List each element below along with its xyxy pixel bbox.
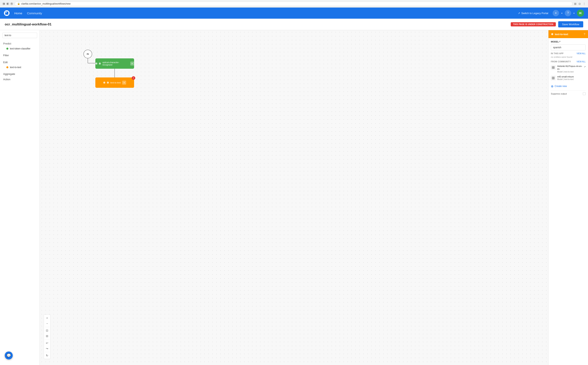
view-all-1-link[interactable]: VIEW ALL: [576, 52, 586, 55]
orange-dot-icon: [6, 66, 8, 68]
suppress-output-row: Suppress output: [551, 91, 586, 97]
refresh-button[interactable]: ↻: [10, 2, 13, 5]
switch-legacy-label: Switch to Legacy Portal: [521, 12, 548, 15]
zoom-in-button[interactable]: +: [45, 315, 50, 321]
refresh-canvas-button[interactable]: ↻: [45, 353, 50, 358]
sidebar-item-text-token-classifier[interactable]: text-token-classifier: [3, 46, 36, 51]
node-orange-dot: [103, 82, 105, 84]
node-green[interactable]: optical-character-recognizer ✕: [95, 58, 134, 69]
node-orange-label: text-to-text: [110, 81, 121, 84]
chevron-down-icon: ▾: [561, 12, 562, 14]
suppress-label: Suppress output: [551, 92, 567, 95]
logo-inner: [5, 12, 8, 15]
in-this-app-header: IN THIS APP VIEW ALL: [551, 52, 586, 55]
view-all-2-link[interactable]: VIEW ALL: [576, 61, 586, 63]
plus-icon: ⊕: [551, 84, 553, 88]
node-orange-close[interactable]: ✕: [122, 81, 126, 84]
svg-rect-6: [553, 68, 554, 69]
header-actions: THIS PAGE IS UNDER CONSTRUCTION Save Wor…: [511, 21, 583, 28]
model-type-mt5: Model | text-to-text: [557, 78, 586, 80]
panel-header-title: text-to-text: [555, 33, 582, 36]
green-dot-icon: [6, 48, 8, 50]
sidebar-item-aggregate[interactable]: Aggregate: [0, 71, 40, 77]
svg-rect-7: [552, 77, 553, 78]
main-layout: Predict text-token-classifier Filter Edi…: [0, 30, 588, 365]
svg-rect-3: [552, 66, 553, 67]
model-info-helsinki: Helsinki-NLP/opus-mt-en-es Model | text-…: [557, 65, 582, 73]
switch-legacy-button[interactable]: ↗ Switch to Legacy Portal: [516, 11, 550, 16]
from-community-section: FROM COMMUNITY VIEW ALL Helsink: [551, 61, 586, 82]
sidebar-item-action[interactable]: Action: [0, 77, 40, 82]
sidebar-item-filter[interactable]: Filter: [0, 53, 40, 58]
app-header: Home Community ↗ Switch to Legacy Portal…: [0, 7, 588, 19]
chat-icon: 💬: [7, 353, 11, 358]
right-panel: text-to-text ? MODEL:* IN THIS APP VIEW …: [548, 30, 588, 365]
sidebar-edit-section: Edit text-to-text: [0, 58, 40, 71]
model-search-input[interactable]: [551, 44, 586, 50]
fit-button[interactable]: ⊡: [45, 328, 50, 333]
node-green-dot2: [99, 63, 101, 64]
model-name-mt5: mt5-small-mlsum: [557, 75, 586, 78]
node-in[interactable]: IN: [84, 50, 92, 58]
address-bar[interactable]: 🔒 clarifai.com/ian/ocr_multilingual/work…: [15, 2, 573, 6]
back-button[interactable]: ◀: [2, 2, 5, 5]
model-icon-helsinki: [551, 65, 556, 70]
svg-rect-8: [553, 77, 554, 78]
from-community-header: FROM COMMUNITY VIEW ALL: [551, 61, 586, 63]
browser-bar: ◀ ▶ ↻ 🔒 clarifai.com/ian/ocr_multilingua…: [0, 0, 588, 7]
sidebar-search-input[interactable]: [2, 33, 37, 38]
model-item-helsinki[interactable]: Helsinki-NLP/opus-mt-en-es Model | text-…: [551, 63, 586, 74]
model-name-helsinki: Helsinki-NLP/opus-mt-en-es: [557, 65, 582, 70]
canvas-controls: + − ⊡ ⊟ ↩ ↪ ↻: [44, 314, 50, 359]
url-text: clarifai.com/ian/ocr_multilingual/workfl…: [21, 2, 71, 5]
app-logo[interactable]: [4, 10, 9, 16]
in-this-app-label: IN THIS APP: [551, 52, 564, 55]
suppress-checkbox[interactable]: [583, 92, 586, 95]
ctrl-divider-3: [45, 352, 50, 352]
no-entities-text: no entities were found: [551, 56, 586, 59]
sidebar-predict-section: Predict text-token-classifier: [0, 41, 40, 53]
canvas-area[interactable]: IN optical-character-recognizer ✕ text-t…: [40, 30, 548, 365]
right-panel-header: text-to-text ?: [548, 30, 588, 38]
forward-button[interactable]: ▶: [6, 2, 9, 5]
zoom-out-button[interactable]: −: [45, 321, 50, 326]
add-button[interactable]: +: [553, 10, 559, 16]
save-workflow-button[interactable]: Save Workflow: [558, 21, 583, 28]
redo-button[interactable]: ↪: [45, 346, 50, 351]
model-item-mt5[interactable]: mt5-small-mlsum Model | text-to-text: [551, 74, 586, 82]
panel-help-icon[interactable]: ?: [584, 33, 585, 36]
under-construction-badge: THIS PAGE IS UNDER CONSTRUCTION: [511, 22, 556, 26]
help-button[interactable]: ?: [565, 10, 571, 16]
ctrl-divider-2: [45, 339, 50, 340]
svg-rect-9: [552, 78, 553, 79]
cursor-icon: ↗: [584, 65, 586, 68]
nav-home[interactable]: Home: [14, 12, 22, 15]
lock-button[interactable]: ⊟: [45, 333, 50, 339]
user-avatar[interactable]: IK: [577, 9, 584, 17]
switch-icon: ↗: [518, 12, 520, 15]
create-new-label: Create new: [555, 85, 567, 88]
sidebar-item-text-to-text[interactable]: text-to-text: [3, 65, 36, 70]
nav-community[interactable]: Community: [27, 12, 42, 15]
model-icon-mt5: [551, 76, 556, 80]
svg-rect-4: [553, 66, 554, 67]
model-label: MODEL:*: [551, 41, 586, 43]
from-community-label: FROM COMMUNITY: [551, 61, 571, 63]
model-type-helsinki: Model | text-to-text: [557, 71, 582, 73]
left-sidebar: Predict text-token-classifier Filter Edi…: [0, 30, 40, 365]
undo-button[interactable]: ↩: [45, 340, 50, 345]
svg-rect-10: [553, 78, 554, 79]
ctrl-divider-1: [45, 327, 50, 327]
workflow-title: ocr_multilingual-workflow-01: [5, 22, 511, 26]
create-new-button[interactable]: ⊕ Create new: [551, 83, 567, 90]
browser-icons: ⊞ ⊙ ⋮: [574, 2, 586, 5]
extensions-icon: ⊞: [574, 2, 576, 5]
sidebar-item-label: text-token-classifier: [10, 47, 30, 50]
node-orange[interactable]: text-to-text ✕ !: [95, 77, 134, 88]
model-info-mt5: mt5-small-mlsum Model | text-to-text: [557, 75, 586, 80]
svg-rect-5: [552, 68, 553, 69]
node-green-close[interactable]: ✕: [130, 62, 134, 65]
node-green-label: optical-character-recognizer: [102, 61, 128, 66]
in-this-app-section: IN THIS APP VIEW ALL no entities were fo…: [551, 52, 586, 59]
chat-bubble[interactable]: 💬: [5, 351, 13, 359]
